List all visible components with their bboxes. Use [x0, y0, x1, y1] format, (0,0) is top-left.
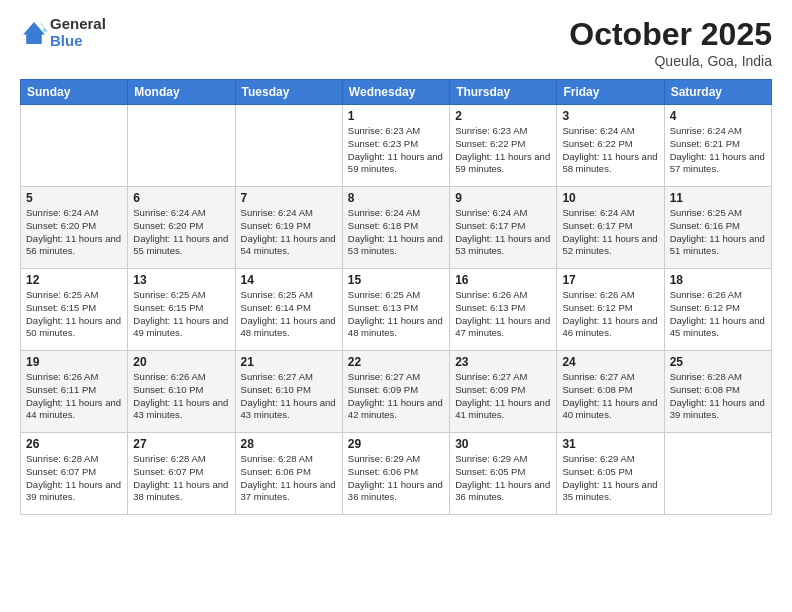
day-info: Sunrise: 6:24 AM Sunset: 6:17 PM Dayligh… [455, 207, 551, 258]
day-number: 20 [133, 355, 229, 369]
day-info: Sunrise: 6:26 AM Sunset: 6:13 PM Dayligh… [455, 289, 551, 340]
day-number: 31 [562, 437, 658, 451]
day-info: Sunrise: 6:25 AM Sunset: 6:16 PM Dayligh… [670, 207, 766, 258]
col-tuesday: Tuesday [235, 80, 342, 105]
day-number: 8 [348, 191, 444, 205]
day-info: Sunrise: 6:26 AM Sunset: 6:12 PM Dayligh… [670, 289, 766, 340]
calendar-cell: 17Sunrise: 6:26 AM Sunset: 6:12 PM Dayli… [557, 269, 664, 351]
calendar-cell: 27Sunrise: 6:28 AM Sunset: 6:07 PM Dayli… [128, 433, 235, 515]
calendar-cell: 3Sunrise: 6:24 AM Sunset: 6:22 PM Daylig… [557, 105, 664, 187]
day-info: Sunrise: 6:25 AM Sunset: 6:13 PM Dayligh… [348, 289, 444, 340]
day-number: 27 [133, 437, 229, 451]
day-info: Sunrise: 6:27 AM Sunset: 6:10 PM Dayligh… [241, 371, 337, 422]
day-info: Sunrise: 6:25 AM Sunset: 6:14 PM Dayligh… [241, 289, 337, 340]
calendar-cell: 8Sunrise: 6:24 AM Sunset: 6:18 PM Daylig… [342, 187, 449, 269]
day-number: 1 [348, 109, 444, 123]
day-info: Sunrise: 6:23 AM Sunset: 6:23 PM Dayligh… [348, 125, 444, 176]
calendar-cell: 9Sunrise: 6:24 AM Sunset: 6:17 PM Daylig… [450, 187, 557, 269]
calendar-table: Sunday Monday Tuesday Wednesday Thursday… [20, 79, 772, 515]
day-number: 29 [348, 437, 444, 451]
col-saturday: Saturday [664, 80, 771, 105]
day-info: Sunrise: 6:24 AM Sunset: 6:20 PM Dayligh… [133, 207, 229, 258]
calendar-cell [664, 433, 771, 515]
day-info: Sunrise: 6:24 AM Sunset: 6:19 PM Dayligh… [241, 207, 337, 258]
svg-marker-0 [23, 22, 45, 44]
day-info: Sunrise: 6:27 AM Sunset: 6:08 PM Dayligh… [562, 371, 658, 422]
calendar-week-5: 26Sunrise: 6:28 AM Sunset: 6:07 PM Dayli… [21, 433, 772, 515]
calendar-cell: 13Sunrise: 6:25 AM Sunset: 6:15 PM Dayli… [128, 269, 235, 351]
day-info: Sunrise: 6:28 AM Sunset: 6:08 PM Dayligh… [670, 371, 766, 422]
day-number: 16 [455, 273, 551, 287]
day-number: 12 [26, 273, 122, 287]
calendar-cell: 5Sunrise: 6:24 AM Sunset: 6:20 PM Daylig… [21, 187, 128, 269]
day-info: Sunrise: 6:25 AM Sunset: 6:15 PM Dayligh… [26, 289, 122, 340]
day-number: 4 [670, 109, 766, 123]
day-info: Sunrise: 6:28 AM Sunset: 6:06 PM Dayligh… [241, 453, 337, 504]
day-number: 23 [455, 355, 551, 369]
calendar-cell: 11Sunrise: 6:25 AM Sunset: 6:16 PM Dayli… [664, 187, 771, 269]
day-number: 18 [670, 273, 766, 287]
calendar-cell: 30Sunrise: 6:29 AM Sunset: 6:05 PM Dayli… [450, 433, 557, 515]
month-title: October 2025 [569, 16, 772, 53]
col-sunday: Sunday [21, 80, 128, 105]
day-number: 5 [26, 191, 122, 205]
logo-blue-text: Blue [50, 33, 106, 50]
logo-icon [20, 19, 48, 47]
day-number: 11 [670, 191, 766, 205]
calendar-cell: 19Sunrise: 6:26 AM Sunset: 6:11 PM Dayli… [21, 351, 128, 433]
day-info: Sunrise: 6:27 AM Sunset: 6:09 PM Dayligh… [455, 371, 551, 422]
day-info: Sunrise: 6:29 AM Sunset: 6:05 PM Dayligh… [455, 453, 551, 504]
day-info: Sunrise: 6:24 AM Sunset: 6:17 PM Dayligh… [562, 207, 658, 258]
day-number: 15 [348, 273, 444, 287]
day-number: 26 [26, 437, 122, 451]
calendar-cell: 16Sunrise: 6:26 AM Sunset: 6:13 PM Dayli… [450, 269, 557, 351]
day-info: Sunrise: 6:27 AM Sunset: 6:09 PM Dayligh… [348, 371, 444, 422]
calendar-cell: 10Sunrise: 6:24 AM Sunset: 6:17 PM Dayli… [557, 187, 664, 269]
calendar-cell [235, 105, 342, 187]
calendar-cell: 26Sunrise: 6:28 AM Sunset: 6:07 PM Dayli… [21, 433, 128, 515]
calendar-cell: 20Sunrise: 6:26 AM Sunset: 6:10 PM Dayli… [128, 351, 235, 433]
calendar-week-4: 19Sunrise: 6:26 AM Sunset: 6:11 PM Dayli… [21, 351, 772, 433]
day-info: Sunrise: 6:28 AM Sunset: 6:07 PM Dayligh… [133, 453, 229, 504]
calendar-cell: 23Sunrise: 6:27 AM Sunset: 6:09 PM Dayli… [450, 351, 557, 433]
day-number: 10 [562, 191, 658, 205]
logo-text: General Blue [50, 16, 106, 49]
calendar-week-3: 12Sunrise: 6:25 AM Sunset: 6:15 PM Dayli… [21, 269, 772, 351]
calendar-cell: 6Sunrise: 6:24 AM Sunset: 6:20 PM Daylig… [128, 187, 235, 269]
logo-general-text: General [50, 16, 106, 33]
calendar-cell: 2Sunrise: 6:23 AM Sunset: 6:22 PM Daylig… [450, 105, 557, 187]
calendar-cell: 15Sunrise: 6:25 AM Sunset: 6:13 PM Dayli… [342, 269, 449, 351]
calendar-cell: 29Sunrise: 6:29 AM Sunset: 6:06 PM Dayli… [342, 433, 449, 515]
day-number: 19 [26, 355, 122, 369]
calendar-cell: 24Sunrise: 6:27 AM Sunset: 6:08 PM Dayli… [557, 351, 664, 433]
day-number: 7 [241, 191, 337, 205]
day-number: 21 [241, 355, 337, 369]
calendar-cell: 25Sunrise: 6:28 AM Sunset: 6:08 PM Dayli… [664, 351, 771, 433]
day-number: 22 [348, 355, 444, 369]
calendar-cell: 22Sunrise: 6:27 AM Sunset: 6:09 PM Dayli… [342, 351, 449, 433]
calendar-week-2: 5Sunrise: 6:24 AM Sunset: 6:20 PM Daylig… [21, 187, 772, 269]
calendar-cell: 7Sunrise: 6:24 AM Sunset: 6:19 PM Daylig… [235, 187, 342, 269]
header: General Blue October 2025 Queula, Goa, I… [20, 16, 772, 69]
logo: General Blue [20, 16, 106, 49]
calendar-cell: 28Sunrise: 6:28 AM Sunset: 6:06 PM Dayli… [235, 433, 342, 515]
calendar-cell [21, 105, 128, 187]
calendar-cell [128, 105, 235, 187]
location: Queula, Goa, India [569, 53, 772, 69]
col-thursday: Thursday [450, 80, 557, 105]
calendar-cell: 4Sunrise: 6:24 AM Sunset: 6:21 PM Daylig… [664, 105, 771, 187]
day-info: Sunrise: 6:24 AM Sunset: 6:22 PM Dayligh… [562, 125, 658, 176]
calendar-cell: 18Sunrise: 6:26 AM Sunset: 6:12 PM Dayli… [664, 269, 771, 351]
calendar-cell: 31Sunrise: 6:29 AM Sunset: 6:05 PM Dayli… [557, 433, 664, 515]
col-monday: Monday [128, 80, 235, 105]
day-info: Sunrise: 6:29 AM Sunset: 6:05 PM Dayligh… [562, 453, 658, 504]
calendar-cell: 14Sunrise: 6:25 AM Sunset: 6:14 PM Dayli… [235, 269, 342, 351]
page: General Blue October 2025 Queula, Goa, I… [0, 0, 792, 612]
day-info: Sunrise: 6:24 AM Sunset: 6:20 PM Dayligh… [26, 207, 122, 258]
day-number: 25 [670, 355, 766, 369]
day-info: Sunrise: 6:24 AM Sunset: 6:18 PM Dayligh… [348, 207, 444, 258]
day-info: Sunrise: 6:28 AM Sunset: 6:07 PM Dayligh… [26, 453, 122, 504]
day-number: 14 [241, 273, 337, 287]
calendar-week-1: 1Sunrise: 6:23 AM Sunset: 6:23 PM Daylig… [21, 105, 772, 187]
day-info: Sunrise: 6:26 AM Sunset: 6:10 PM Dayligh… [133, 371, 229, 422]
